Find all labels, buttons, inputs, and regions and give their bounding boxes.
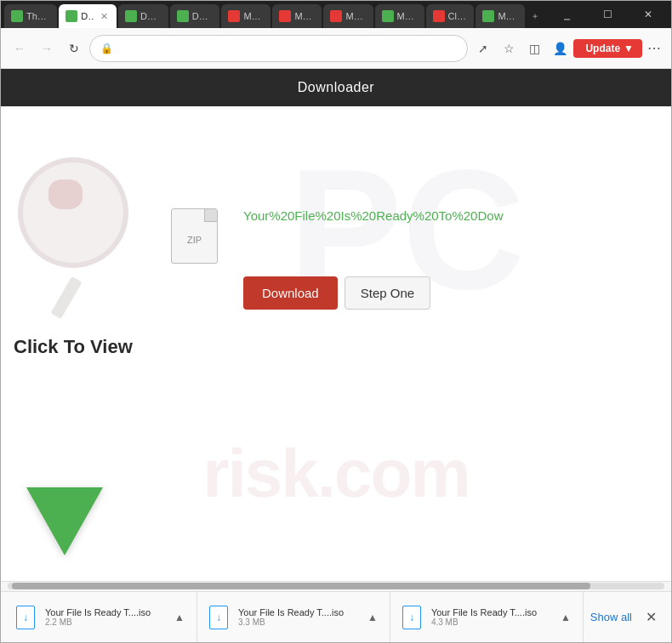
tab-label-9: Click	[448, 11, 468, 21]
tab-8[interactable]: McAf	[375, 4, 424, 28]
download-item-2: Your File Is Ready T....iso 3.3 MB ▲	[197, 592, 390, 642]
tab-label-7: McAf	[345, 11, 366, 21]
tab-label-2: D...	[81, 11, 94, 21]
more-button[interactable]: ⋯	[644, 37, 664, 60]
tab-favicon-10	[482, 10, 494, 22]
magnifier-circle	[18, 157, 128, 268]
tab-favicon-9	[433, 10, 445, 22]
titlebar: The P D... ✕ Dowr Dowr McAf McAf	[1, 1, 671, 28]
tab-label-5: McAf	[243, 11, 264, 21]
tab-10[interactable]: McAf	[476, 4, 525, 28]
step-one-button[interactable]: Step One	[345, 276, 430, 310]
dl-info-2: Your File Is Ready T....iso 3.3 MB	[238, 607, 357, 627]
update-button[interactable]: Update ▼	[573, 39, 642, 58]
tab-7[interactable]: McAf	[323, 4, 373, 28]
dl-icon-body-3	[402, 606, 421, 629]
tab-favicon-5	[228, 10, 240, 22]
toolbar-icons: ➚ ☆ ◫ 👤 Update ▼ ⋯	[471, 37, 664, 60]
file-icon-wrap: ZIP	[171, 208, 218, 264]
scrollbar-thumb[interactable]	[12, 583, 590, 589]
downloads-bar: Your File Is Ready T....iso 2.2 MB ▲ You…	[1, 591, 671, 642]
profile-icon[interactable]: 👤	[548, 37, 572, 60]
page-title: Downloader	[298, 80, 374, 95]
tab-label-4: Dowr	[192, 11, 214, 21]
arrow-down-shape	[26, 487, 103, 555]
favorites-icon[interactable]: ☆	[497, 37, 521, 60]
tab-favicon-1	[11, 10, 23, 22]
update-label: Update	[585, 43, 620, 54]
back-button[interactable]: ←	[8, 37, 31, 60]
dl-size-2: 3.3 MB	[238, 617, 357, 627]
update-chevron-icon: ▼	[624, 43, 634, 54]
dl-chevron-2[interactable]: ▲	[364, 608, 381, 627]
magnifier-handle	[50, 276, 82, 319]
scrollbar-area	[1, 581, 671, 591]
close-button[interactable]: ✕	[629, 1, 668, 28]
file-icon: ZIP	[171, 208, 218, 264]
dl-size-1: 2.2 MB	[45, 617, 164, 627]
dl-icon-2	[206, 602, 231, 633]
collections-icon[interactable]: ◫	[522, 37, 546, 60]
magnifier-spots	[48, 179, 83, 209]
dl-icon-1	[13, 602, 38, 633]
window-controls: ⎯ ☐ ✕	[547, 1, 668, 28]
tab-favicon-7	[330, 10, 342, 22]
tab-favicon-8	[382, 10, 394, 22]
browser-window: The P D... ✕ Dowr Dowr McAf McAf	[0, 0, 672, 643]
addressbar: ← → ↻ 🔒 ➚ ☆ ◫ 👤 Update ▼ ⋯	[1, 28, 671, 69]
tab-favicon-6	[279, 10, 291, 22]
tab-3[interactable]: Dowr	[118, 4, 168, 28]
dl-name-3: Your File Is Ready T....iso	[431, 607, 550, 617]
tab-1[interactable]: The P	[4, 4, 57, 28]
file-zip-label: ZIP	[187, 235, 202, 245]
tab-label-10: McAf	[498, 11, 518, 21]
show-all-button[interactable]: Show all	[584, 611, 639, 623]
click-to-view-text: Click To View	[14, 336, 133, 358]
status-text: Your%20File%20Is%20Ready%20To%20Dow	[243, 208, 671, 223]
new-tab-button[interactable]: ＋	[527, 4, 544, 28]
dl-name-2: Your File Is Ready T....iso	[238, 607, 357, 617]
tab-label-3: Dowr	[140, 11, 162, 21]
dl-chevron-3[interactable]: ▲	[557, 608, 574, 627]
dl-icon-3	[399, 602, 424, 633]
tab-label-1: The P	[26, 11, 50, 21]
risk-watermark-text: risk.com	[202, 435, 469, 513]
magnifier-graphic	[18, 157, 154, 293]
tab-favicon-4	[177, 10, 189, 22]
forward-button[interactable]: →	[35, 37, 59, 60]
tab-list: The P D... ✕ Dowr Dowr McAf McAf	[4, 1, 544, 28]
dl-icon-body-2	[209, 606, 228, 629]
download-item-1: Your File Is Ready T....iso 2.2 MB ▲	[9, 592, 197, 642]
tab-label-8: McAf	[397, 11, 418, 21]
tab-4[interactable]: Dowr	[170, 4, 220, 28]
dl-chevron-1[interactable]: ▲	[171, 608, 188, 627]
tab-9[interactable]: Click	[426, 4, 475, 28]
dl-info-1: Your File Is Ready T....iso 2.2 MB	[45, 607, 164, 627]
tab-5[interactable]: McAf	[221, 4, 271, 28]
tab-close-2[interactable]: ✕	[98, 10, 110, 22]
page-header: Downloader	[1, 69, 671, 106]
reload-button[interactable]: ↻	[62, 37, 86, 60]
arrow-down-graphic	[26, 487, 103, 555]
tab-2[interactable]: D... ✕	[59, 4, 117, 28]
scrollbar-track[interactable]	[8, 583, 664, 589]
dl-size-3: 4.3 MB	[431, 617, 550, 627]
address-bar[interactable]: 🔒	[89, 35, 468, 62]
dl-name-1: Your File Is Ready T....iso	[45, 607, 164, 617]
tab-favicon-3	[125, 10, 137, 22]
share-icon[interactable]: ➚	[471, 37, 495, 60]
download-item-3: Your File Is Ready T....iso 4.3 MB ▲	[390, 592, 584, 642]
dl-icon-body-1	[16, 606, 35, 629]
tab-label-6: McAf	[294, 11, 315, 21]
downloads-close-button[interactable]: ✕	[639, 606, 663, 629]
tab-favicon-2	[65, 10, 77, 22]
action-buttons: Download Step One	[243, 276, 430, 310]
minimize-button[interactable]: ⎯	[547, 1, 586, 28]
download-button[interactable]: Download	[243, 276, 338, 310]
dl-info-3: Your File Is Ready T....iso 4.3 MB	[431, 607, 550, 627]
lock-icon: 🔒	[100, 43, 113, 54]
maximize-button[interactable]: ☐	[588, 1, 627, 28]
tab-6[interactable]: McAf	[272, 4, 322, 28]
page-content: PC risk.com ZIP Your%20File%20Is%20Ready…	[1, 106, 671, 581]
